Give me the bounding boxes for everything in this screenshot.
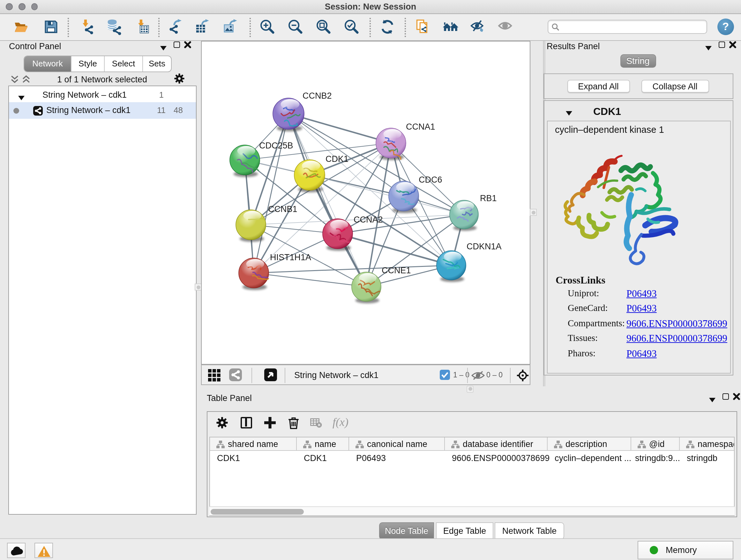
svg-text:CCNB2: CCNB2	[302, 91, 332, 100]
svg-text:CCNA1: CCNA1	[406, 122, 435, 131]
svg-text:CDK1: CDK1	[326, 154, 348, 164]
svg-text:CDKN1A: CDKN1A	[467, 241, 502, 251]
svg-text:CDC25B: CDC25B	[259, 140, 293, 150]
svg-text:CCNA2: CCNA2	[354, 214, 383, 224]
svg-text:CDC6: CDC6	[419, 175, 442, 184]
svg-text:RB1: RB1	[480, 193, 497, 203]
svg-text:CCNB1: CCNB1	[268, 204, 297, 213]
svg-text:HIST1H1A: HIST1H1A	[270, 252, 311, 262]
svg-text:CCNE1: CCNE1	[382, 265, 411, 275]
